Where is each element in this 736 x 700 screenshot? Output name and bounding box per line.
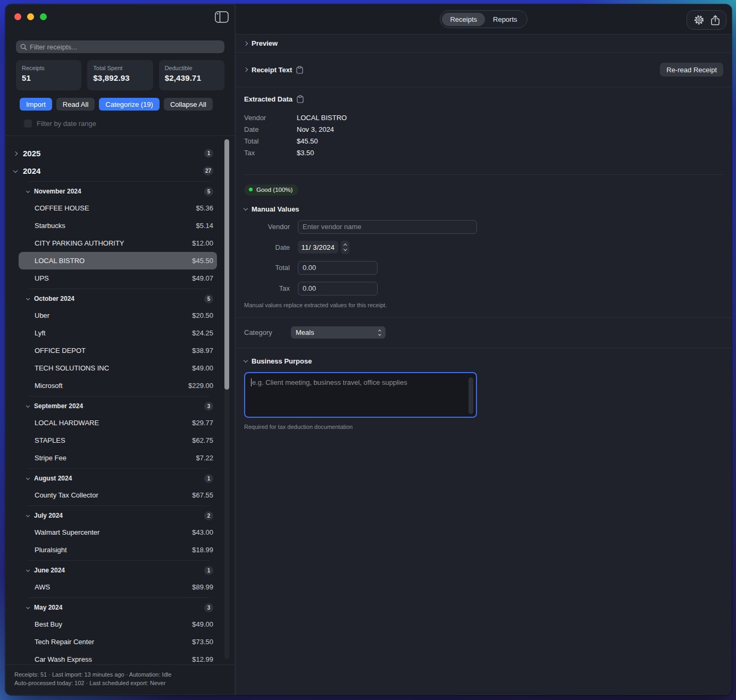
tree-divider <box>28 468 210 469</box>
month-label: August 2024 <box>34 475 72 482</box>
receipt-name: COFFEE HOUSE <box>35 204 89 212</box>
extracted-value: Nov 3, 2024 <box>297 125 334 133</box>
date-filter-row: Filter by date range <box>24 120 235 128</box>
tab-receipts[interactable]: Receipts <box>442 13 485 26</box>
receipt-row-uber[interactable]: Uber$20.50 <box>14 307 213 324</box>
filter-receipts-input[interactable]: Filter receipts... <box>16 40 224 53</box>
receipt-row-coffee-house[interactable]: COFFEE HOUSE$5.36 <box>14 199 213 217</box>
receipt-row-best-buy[interactable]: Best Buy$49.00 <box>14 615 213 633</box>
receipt-row-walmart-supercenter[interactable]: Walmart Supercenter$43.00 <box>14 524 213 541</box>
tree-month-october-2024[interactable]: October 20245 <box>14 291 213 307</box>
chevron-wrap <box>14 152 23 155</box>
business-purpose-note: Required for tax deduction documentation <box>244 424 732 430</box>
tree-month-july-2024[interactable]: July 20242 <box>14 508 213 524</box>
category-select[interactable]: Meals <box>291 326 386 339</box>
share-icon[interactable] <box>711 15 720 26</box>
receipt-row-lyft[interactable]: Lyft$24.25 <box>14 324 213 342</box>
status-line-2: Auto-processed today: 102 · Last schedul… <box>14 679 226 688</box>
receipt-row-city-parking-authority[interactable]: CITY PARKING AUTHORITY$12.00 <box>14 234 213 252</box>
extracted-label: Vendor <box>244 114 297 122</box>
receipt-row-starbucks[interactable]: Starbucks$5.14 <box>14 217 213 234</box>
tree-month-august-2024[interactable]: August 20241 <box>14 470 213 486</box>
extracted-row-vendor: VendorLOCAL BISTRO <box>244 112 723 123</box>
tax-field[interactable] <box>298 282 378 296</box>
import-button[interactable]: Import <box>20 98 52 111</box>
manual-values-note: Manual values replace extracted values f… <box>244 302 732 317</box>
vendor-field[interactable] <box>298 220 477 234</box>
sidebar-toggle-icon[interactable] <box>215 11 229 23</box>
receipt-row-aws[interactable]: AWS$89.99 <box>14 578 213 596</box>
sidebar-scrollbar-thumb[interactable] <box>224 139 229 390</box>
receipt-row-staples[interactable]: STAPLES$62.75 <box>14 432 213 449</box>
extracted-value: LOCAL BISTRO <box>297 114 347 122</box>
tree-month-june-2024[interactable]: June 20241 <box>14 562 213 578</box>
count-badge: 2 <box>204 511 213 520</box>
receipt-row-stripe-fee[interactable]: Stripe Fee$7.22 <box>14 449 213 467</box>
chevron-down-icon <box>244 206 248 210</box>
copy-clipboard-icon[interactable] <box>297 95 304 103</box>
receipt-amount: $24.25 <box>192 329 213 337</box>
receipt-row-ups[interactable]: UPS$49.07 <box>14 269 213 287</box>
receipt-row-microsoft[interactable]: Microsoft$229.00 <box>14 377 213 394</box>
receipt-row-local-hardware[interactable]: LOCAL HARDWARE$29.77 <box>14 414 213 432</box>
business-purpose-textarea[interactable]: e.g. Client meeting, business travel, of… <box>244 372 477 418</box>
count-badge: 5 <box>204 294 213 303</box>
total-field[interactable] <box>298 261 378 275</box>
categorize-19--button[interactable]: Categorize (19) <box>99 98 160 111</box>
view-segmented-control: ReceiptsReports <box>440 10 527 28</box>
manual-values-header[interactable]: Manual Values <box>236 196 732 213</box>
receipt-row-pluralsight[interactable]: Pluralsight$18.99 <box>14 541 213 559</box>
extracted-label: Date <box>244 125 297 133</box>
manual-values-title: Manual Values <box>252 205 299 213</box>
close-button[interactable] <box>14 13 21 20</box>
receipt-row-office-depot[interactable]: OFFICE DEPOT$38.97 <box>14 342 213 359</box>
minimize-button[interactable] <box>27 13 34 20</box>
year-label: 2025 <box>23 149 40 158</box>
tree-year-2024[interactable]: 202427 <box>14 162 213 180</box>
receipt-row-car-wash-express[interactable]: Car Wash Express$12.99 <box>14 651 213 664</box>
tree-month-september-2024[interactable]: September 20243 <box>14 398 213 414</box>
tree-month-november-2024[interactable]: November 20245 <box>14 183 213 199</box>
sidebar-buttons: ImportRead AllCategorize (19)Collapse Al… <box>20 98 235 111</box>
preview-section-header[interactable]: Preview <box>236 35 732 53</box>
receipt-amount: $29.77 <box>192 419 213 427</box>
category-label: Category <box>244 328 291 336</box>
extracted-data-table: VendorLOCAL BISTRODateNov 3, 2024Total$4… <box>244 112 723 158</box>
textarea-scrollbar-thumb[interactable] <box>469 377 473 414</box>
month-label: May 2024 <box>34 604 62 611</box>
receipt-row-local-bistro[interactable]: LOCAL BISTRO$45.50 <box>19 252 217 269</box>
copy-clipboard-icon[interactable] <box>296 66 303 74</box>
traffic-lights <box>14 13 47 20</box>
receipt-name: STAPLES <box>35 436 65 444</box>
receipt-row-tech-solutions-inc[interactable]: TECH SOLUTIONS INC$49.00 <box>14 359 213 377</box>
receipt-row-tech-repair-center[interactable]: Tech Repair Center$73.50 <box>14 633 213 651</box>
tab-reports[interactable]: Reports <box>485 13 525 26</box>
chevron-right-icon <box>13 151 18 155</box>
business-purpose-placeholder: e.g. Client meeting, business travel, of… <box>252 378 407 386</box>
date-stepper[interactable] <box>341 241 349 254</box>
main-toolbar: ReceiptsReports <box>236 4 732 35</box>
zoom-button[interactable] <box>40 13 47 20</box>
titlebar <box>5 4 235 29</box>
tree-month-may-2024[interactable]: May 20243 <box>14 600 213 615</box>
read-all-button[interactable]: Read All <box>56 98 95 111</box>
receipt-amount: $5.36 <box>196 204 213 212</box>
date-filter-checkbox[interactable] <box>24 120 32 128</box>
gear-icon[interactable] <box>693 14 705 26</box>
date-label: Date <box>236 243 290 251</box>
tree-year-2025[interactable]: 20251 <box>14 145 213 162</box>
stat-value: 51 <box>22 73 76 82</box>
business-purpose-header[interactable]: Business Purpose <box>236 348 732 365</box>
month-label: June 2024 <box>34 567 65 574</box>
date-field[interactable]: 11/ 3/2024 <box>298 241 338 254</box>
chevron-right-icon[interactable] <box>244 68 248 72</box>
receipt-text-section-header: Receipt Text Re-read Receipt <box>236 53 732 87</box>
reread-receipt-button[interactable]: Re-read Receipt <box>660 63 723 77</box>
tree-divider <box>28 181 210 182</box>
receipt-amount: $18.99 <box>192 546 213 554</box>
receipt-name: Starbucks <box>35 222 65 230</box>
receipt-amount: $89.99 <box>192 583 213 591</box>
collapse-all-button[interactable]: Collapse All <box>164 98 213 111</box>
count-badge: 3 <box>204 402 213 411</box>
receipt-row-county-tax-collector[interactable]: County Tax Collector$67.55 <box>14 486 213 504</box>
